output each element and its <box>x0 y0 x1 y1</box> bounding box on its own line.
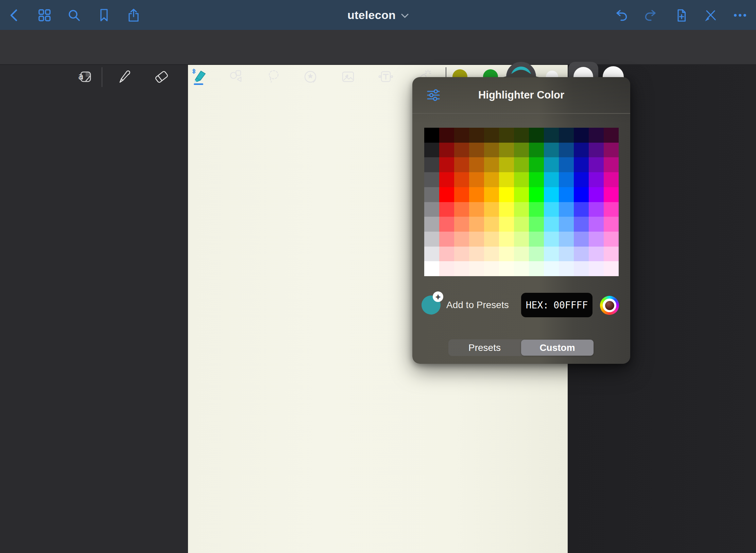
color-grid-swatch[interactable] <box>454 232 469 247</box>
color-grid-swatch[interactable] <box>499 143 514 158</box>
color-grid-swatch[interactable] <box>574 143 589 158</box>
color-grid-swatch[interactable] <box>439 261 454 276</box>
add-page-icon[interactable] <box>674 8 689 23</box>
color-grid-swatch[interactable] <box>499 232 514 247</box>
color-grid-swatch[interactable] <box>514 217 529 232</box>
color-wheel-icon[interactable] <box>600 296 619 315</box>
highlighter-tool-icon[interactable] <box>191 69 207 85</box>
color-grid-swatch[interactable] <box>574 247 589 262</box>
color-grid-swatch[interactable] <box>514 202 529 217</box>
color-grid-swatch[interactable] <box>499 217 514 232</box>
add-to-presets-button[interactable]: + <box>433 291 443 302</box>
elements-sticker-icon[interactable] <box>303 69 319 85</box>
color-grid-swatch[interactable] <box>559 247 574 262</box>
color-grid-swatch[interactable] <box>439 157 454 172</box>
color-grid-swatch[interactable] <box>439 217 454 232</box>
color-grid-swatch[interactable] <box>544 157 559 172</box>
color-grid-swatch[interactable] <box>424 157 439 172</box>
color-grid-swatch[interactable] <box>514 232 529 247</box>
color-grid-swatch[interactable] <box>589 202 604 217</box>
color-grid-swatch[interactable] <box>529 128 544 143</box>
color-grid-swatch[interactable] <box>589 157 604 172</box>
color-grid-swatch[interactable] <box>484 217 499 232</box>
shapes-tool-icon[interactable] <box>228 69 244 85</box>
hex-value-field[interactable]: HEX: 00FFFF <box>521 293 592 317</box>
color-grid-swatch[interactable] <box>469 261 484 276</box>
color-grid-swatch[interactable] <box>589 261 604 276</box>
color-grid-swatch[interactable] <box>484 247 499 262</box>
color-grid-swatch[interactable] <box>514 128 529 143</box>
color-grid-swatch[interactable] <box>514 143 529 158</box>
color-grid-swatch[interactable] <box>514 172 529 187</box>
color-grid-swatch[interactable] <box>544 202 559 217</box>
tab-presets[interactable]: Presets <box>448 339 521 356</box>
color-grid-swatch[interactable] <box>424 247 439 262</box>
color-grid-swatch[interactable] <box>469 202 484 217</box>
redo-icon[interactable] <box>643 8 658 23</box>
color-grid-swatch[interactable] <box>454 217 469 232</box>
color-grid-swatch[interactable] <box>604 187 619 202</box>
tab-custom[interactable]: Custom <box>521 340 594 356</box>
color-grid-swatch[interactable] <box>589 232 604 247</box>
color-grid-swatch[interactable] <box>604 217 619 232</box>
text-tool-icon[interactable] <box>378 69 394 85</box>
color-grid-swatch[interactable] <box>574 261 589 276</box>
color-grid-swatch[interactable] <box>574 232 589 247</box>
color-grid-swatch[interactable] <box>424 172 439 187</box>
color-grid-swatch[interactable] <box>439 232 454 247</box>
color-grid-swatch[interactable] <box>574 157 589 172</box>
color-grid-swatch[interactable] <box>454 202 469 217</box>
color-grid-swatch[interactable] <box>544 143 559 158</box>
color-grid-swatch[interactable] <box>529 157 544 172</box>
lasso-tool-icon[interactable] <box>266 69 282 85</box>
color-grid-swatch[interactable] <box>544 172 559 187</box>
color-grid-swatch[interactable] <box>544 217 559 232</box>
color-grid-swatch[interactable] <box>424 143 439 158</box>
color-grid-swatch[interactable] <box>439 187 454 202</box>
color-grid-swatch[interactable] <box>589 143 604 158</box>
color-grid-swatch[interactable] <box>574 187 589 202</box>
color-grid-swatch[interactable] <box>454 261 469 276</box>
color-grid-swatch[interactable] <box>544 187 559 202</box>
color-grid-swatch[interactable] <box>424 232 439 247</box>
color-grid-swatch[interactable] <box>529 143 544 158</box>
color-grid-swatch[interactable] <box>559 143 574 158</box>
color-grid-swatch[interactable] <box>484 261 499 276</box>
color-grid-swatch[interactable] <box>469 187 484 202</box>
color-grid-swatch[interactable] <box>439 128 454 143</box>
color-grid-swatch[interactable] <box>484 202 499 217</box>
color-grid-swatch[interactable] <box>574 202 589 217</box>
color-grid-swatch[interactable] <box>529 172 544 187</box>
color-grid-swatch[interactable] <box>574 128 589 143</box>
color-grid-swatch[interactable] <box>499 247 514 262</box>
color-grid-swatch[interactable] <box>499 261 514 276</box>
color-grid-swatch[interactable] <box>439 247 454 262</box>
document-title-button[interactable]: utelecon <box>0 0 756 30</box>
page-mode-icon[interactable]: a <box>78 69 94 85</box>
color-grid-swatch[interactable] <box>424 128 439 143</box>
color-grid-swatch[interactable] <box>589 247 604 262</box>
color-grid-swatch[interactable] <box>604 247 619 262</box>
color-grid-swatch[interactable] <box>499 172 514 187</box>
color-grid-swatch[interactable] <box>514 157 529 172</box>
color-grid-swatch[interactable] <box>439 143 454 158</box>
color-grid-swatch[interactable] <box>454 128 469 143</box>
more-options-icon[interactable] <box>733 8 748 23</box>
color-grid-swatch[interactable] <box>544 261 559 276</box>
color-grid-swatch[interactable] <box>424 261 439 276</box>
color-grid-swatch[interactable] <box>454 143 469 158</box>
eraser-tool-icon[interactable] <box>153 69 170 85</box>
color-grid-swatch[interactable] <box>484 143 499 158</box>
color-grid-swatch[interactable] <box>454 157 469 172</box>
color-grid-swatch[interactable] <box>484 157 499 172</box>
color-grid-swatch[interactable] <box>499 187 514 202</box>
color-grid-swatch[interactable] <box>514 247 529 262</box>
color-grid-swatch[interactable] <box>529 232 544 247</box>
color-grid-swatch[interactable] <box>589 172 604 187</box>
pen-disabled-icon[interactable] <box>703 8 718 23</box>
color-grid-swatch[interactable] <box>469 128 484 143</box>
color-grid-swatch[interactable] <box>559 232 574 247</box>
color-grid-swatch[interactable] <box>559 217 574 232</box>
color-grid-swatch[interactable] <box>604 232 619 247</box>
undo-icon[interactable] <box>614 8 629 23</box>
